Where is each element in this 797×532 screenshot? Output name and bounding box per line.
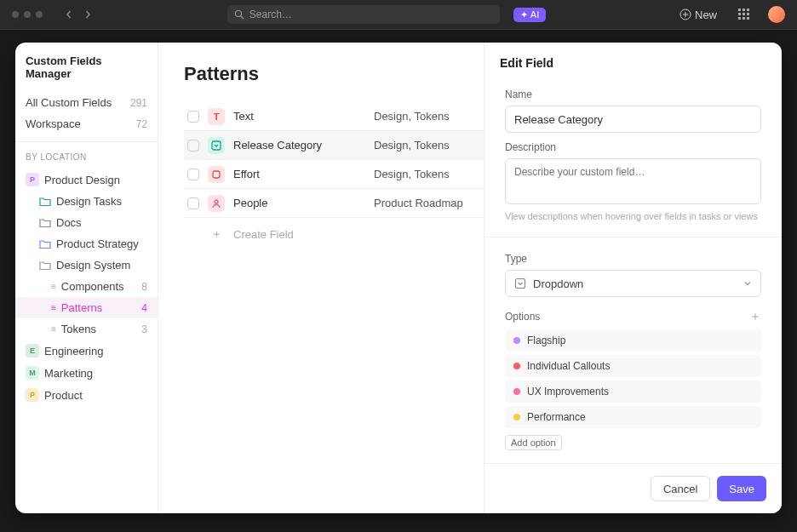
- row-checkbox[interactable]: [187, 169, 199, 180]
- sidebar-folder-design-tasks[interactable]: Design Tasks: [15, 191, 158, 212]
- workspace-label: Workspace: [26, 117, 81, 130]
- svg-rect-8: [738, 17, 741, 20]
- min-dot[interactable]: [24, 11, 31, 18]
- new-button[interactable]: New: [679, 9, 717, 21]
- option-name: Flagship: [527, 335, 565, 346]
- svg-rect-11: [212, 141, 221, 150]
- row-checkbox[interactable]: [187, 197, 199, 209]
- cancel-button[interactable]: Cancel: [651, 476, 710, 501]
- svg-rect-2: [738, 9, 741, 11]
- option-item[interactable]: Flagship: [505, 329, 761, 352]
- sidebar-list-patterns[interactable]: ≡Patterns 4: [15, 297, 158, 318]
- sidebar-workspace[interactable]: Workspace 72: [15, 113, 158, 134]
- by-location-header: BY LOCATION: [15, 149, 158, 169]
- svg-rect-9: [743, 17, 745, 20]
- list-count: 8: [141, 281, 147, 293]
- svg-rect-14: [516, 279, 525, 289]
- option-color-dot: [513, 414, 520, 420]
- sidebar-folder-design-system[interactable]: Design System: [15, 255, 158, 276]
- sidebar-list-components[interactable]: ≡Components 8: [15, 276, 158, 297]
- folder-icon: [39, 196, 51, 208]
- plus-circle-icon: [679, 9, 691, 20]
- option-item[interactable]: Individual Callouts: [505, 355, 761, 377]
- apps-grid-icon[interactable]: [737, 8, 751, 21]
- ai-icon: ✦: [520, 9, 528, 20]
- option-item[interactable]: Performance: [505, 406, 761, 428]
- sidebar-all-fields[interactable]: All Custom Fields 291: [15, 92, 158, 113]
- folder-icon: [39, 217, 51, 229]
- space-badge: P: [26, 173, 39, 186]
- field-type-icon: [208, 195, 225, 212]
- svg-rect-10: [747, 17, 749, 20]
- all-fields-count: 291: [130, 97, 147, 109]
- option-color-dot: [513, 363, 520, 369]
- edit-field-panel: Edit Field Name Description View descrip…: [484, 43, 782, 513]
- nav-arrows: [63, 9, 94, 20]
- svg-rect-4: [747, 9, 749, 11]
- back-button[interactable]: [63, 9, 75, 20]
- svg-rect-12: [213, 171, 220, 178]
- space-badge: M: [26, 366, 39, 380]
- folder-icon: [39, 238, 51, 250]
- description-hint: View descriptions when hovering over fie…: [505, 211, 761, 221]
- options-header: Options ＋: [505, 309, 761, 324]
- user-avatar[interactable]: [768, 6, 785, 23]
- add-option-icon[interactable]: ＋: [749, 309, 761, 324]
- space-name: Marketing: [44, 367, 93, 380]
- option-item[interactable]: UX Improvements: [505, 380, 761, 403]
- traffic-lights: [12, 11, 43, 18]
- dropdown-icon: [514, 277, 526, 289]
- description-input[interactable]: [505, 158, 761, 204]
- option-name: Individual Callouts: [527, 360, 610, 372]
- divider: [485, 237, 782, 237]
- type-label: Type: [505, 253, 761, 265]
- sidebar-space-marketing[interactable]: M Marketing: [15, 362, 158, 384]
- name-input[interactable]: [505, 106, 761, 133]
- field-spaces: Design, Tokens: [374, 139, 450, 152]
- sidebar: Custom Fields Manager All Custom Fields …: [15, 43, 158, 513]
- sidebar-list-tokens[interactable]: ≡Tokens 3: [15, 318, 158, 340]
- field-name: People: [233, 197, 365, 209]
- ai-button[interactable]: ✦ AI: [513, 8, 546, 22]
- space-badge: P: [26, 388, 39, 402]
- list-name: Tokens: [61, 323, 96, 335]
- workspace-count: 72: [136, 118, 147, 130]
- type-value: Dropdown: [533, 277, 583, 290]
- sidebar-folder-docs[interactable]: Docs: [15, 212, 158, 233]
- search-icon: [234, 9, 244, 20]
- space-name: Product Design: [44, 174, 120, 186]
- svg-point-0: [235, 11, 241, 17]
- sidebar-space-engineering[interactable]: E Engineering: [15, 340, 158, 362]
- sidebar-space-product-design[interactable]: P Product Design: [15, 169, 158, 191]
- list-name: Patterns: [61, 301, 102, 314]
- search-placeholder: Search…: [249, 9, 292, 20]
- field-spaces: Design, Tokens: [374, 110, 450, 123]
- forward-button[interactable]: [82, 9, 94, 20]
- row-checkbox[interactable]: [187, 111, 199, 123]
- folder-open-icon: [39, 260, 51, 272]
- sidebar-title: Custom Fields Manager: [15, 54, 158, 92]
- topbar: Search… ✦ AI New: [0, 0, 797, 30]
- max-dot[interactable]: [36, 11, 43, 18]
- description-label: Description: [505, 141, 761, 153]
- option-color-dot: [513, 388, 520, 395]
- svg-rect-6: [743, 13, 745, 15]
- sidebar-space-product[interactable]: P Product: [15, 384, 158, 406]
- field-type-icon: [208, 137, 225, 154]
- list-count: 3: [141, 323, 147, 335]
- space-badge: E: [26, 344, 39, 358]
- field-name: Text: [233, 110, 365, 123]
- folder-name: Docs: [56, 216, 82, 229]
- row-checkbox[interactable]: [187, 140, 199, 152]
- plus-icon: ＋: [208, 226, 225, 242]
- save-button[interactable]: Save: [717, 476, 766, 501]
- type-select[interactable]: Dropdown: [505, 270, 761, 297]
- global-search[interactable]: Search…: [227, 5, 500, 24]
- option-color-dot: [513, 337, 520, 344]
- folder-name: Design System: [56, 259, 130, 272]
- sidebar-folder-product-strategy[interactable]: Product Strategy: [15, 233, 158, 255]
- add-option-button[interactable]: Add option: [505, 435, 562, 450]
- svg-rect-5: [738, 13, 741, 15]
- name-label: Name: [505, 89, 761, 100]
- close-dot[interactable]: [12, 11, 19, 18]
